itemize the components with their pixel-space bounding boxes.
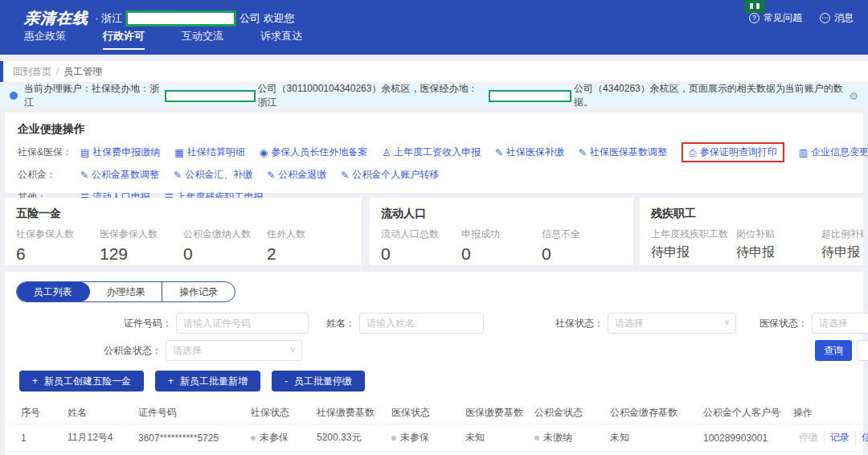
link-social-settlement-detail[interactable]: ▦社保结算明细 bbox=[174, 146, 244, 159]
record-link[interactable]: 记录 bbox=[824, 431, 855, 445]
main-nav: 惠企政策 行政许可 互动交流 诉求直达 bbox=[0, 29, 868, 53]
status-dot bbox=[391, 436, 396, 441]
fund-status-select[interactable] bbox=[166, 340, 302, 361]
col-header: 公积金缴存基数 bbox=[610, 406, 703, 420]
stop-payment-link: 停缴 bbox=[793, 431, 824, 445]
tab-process-result[interactable]: 办理结果 bbox=[90, 282, 163, 301]
col-header: 姓名 bbox=[68, 406, 138, 420]
cell-medical-status: 未参保 bbox=[391, 431, 465, 445]
metric-label: 住外人数 bbox=[267, 228, 350, 241]
metric-value: 0 bbox=[381, 244, 461, 264]
status-dot bbox=[251, 436, 256, 441]
metric-label: 岗位补贴 bbox=[736, 228, 821, 241]
notice-text-prefix: 当前办理账户：社保经办地：浙江 bbox=[24, 82, 162, 109]
metric-label: 社保参保人数 bbox=[16, 228, 100, 241]
app-logo: 亲清在线 bbox=[24, 8, 88, 29]
gear-icon[interactable]: ⚙ bbox=[849, 90, 858, 102]
metric-label: 超比例补贴 bbox=[821, 228, 863, 241]
medical-status-label: 医保状态： bbox=[756, 317, 808, 330]
tab-operation-log[interactable]: 操作记录 bbox=[162, 282, 235, 301]
cell-social-base: 5200.33元 bbox=[317, 431, 391, 445]
notice-text-suffix: 公司（4340263）余杭区，页面展示的相关数据为当前账户的数据。 bbox=[574, 82, 849, 109]
table-header-row: 序号 姓名 证件号码 社保状态 社保缴费基数 医保状态 医保缴费基数 公积金状态… bbox=[5, 401, 863, 424]
edit-icon: ✎ bbox=[341, 170, 349, 181]
link-social-medical-makeup[interactable]: ✎社保医保补缴 bbox=[495, 146, 564, 159]
metric-value: 129 bbox=[100, 244, 183, 264]
cell-id-number: 3607**********5725 bbox=[138, 432, 251, 444]
stats-card-disabled-workers: 残疾职工 上年度残疾职工数待申报 岗位补贴待申报 超比例补贴待申报 bbox=[640, 198, 863, 265]
person-icon: ♙ bbox=[382, 147, 391, 158]
plus-icon: + bbox=[32, 375, 38, 387]
metric-label: 信息不全 bbox=[542, 228, 622, 241]
faq-button[interactable]: ? 常见问题 bbox=[749, 11, 802, 25]
quick-actions-card: 企业便捷操作 社保&医保： ▤社保费申报缴纳 ▦社保结算明细 ◉参保人员长住外地… bbox=[5, 113, 863, 193]
link-insurance-certificate-print[interactable]: ⎙参保证明查询打印 bbox=[682, 142, 784, 162]
document-icon: ▦ bbox=[174, 147, 183, 158]
page: 亲清在线 · 浙江 公司 欢迎您 ? 常见问题 ⋯ 消息 惠企政策 行政许可 互… bbox=[0, 0, 868, 455]
link-social-medical-base-adjust[interactable]: ✎社保医保基数调整 bbox=[579, 146, 667, 159]
cell-index: 1 bbox=[21, 432, 68, 444]
app-header: 亲清在线 · 浙江 公司 欢迎您 ? 常见问题 ⋯ 消息 惠企政策 行政许可 互… bbox=[0, 0, 868, 55]
cell-name: 11月12号4 bbox=[68, 431, 138, 445]
notice-text-mid: 公司（3011000104340263）余杭区，医保经办地：浙江 bbox=[258, 82, 486, 109]
card-title: 残疾职工 bbox=[651, 207, 852, 221]
medical-status-select[interactable] bbox=[812, 313, 868, 334]
metric-value: 待申报 bbox=[821, 244, 863, 261]
metric-label: 上年度残疾职工数 bbox=[651, 228, 736, 241]
tab-employee-list[interactable]: 员工列表 bbox=[17, 282, 90, 301]
link-fund-account-transfer[interactable]: ✎公积金个人账户转移 bbox=[341, 168, 439, 182]
batch-add-employees-button[interactable]: +新员工批量新增 bbox=[155, 371, 260, 391]
batch-stop-payment-button[interactable]: -员工批量停缴 bbox=[272, 371, 365, 391]
link-fund-remit-makeup[interactable]: ✎公积金汇、补缴 bbox=[174, 168, 252, 182]
info-change-link[interactable]: 信息变更 bbox=[855, 431, 868, 445]
create-five-insurances-button[interactable]: +新员工创建五险一金 bbox=[19, 371, 144, 391]
link-annual-income-declare[interactable]: ♙上年度工资收入申报 bbox=[382, 146, 481, 159]
plus-icon: + bbox=[168, 375, 174, 387]
edit-icon: ✎ bbox=[267, 170, 275, 181]
tab-group: 员工列表 办理结果 操作记录 bbox=[16, 281, 235, 302]
metric-value: 0 bbox=[461, 244, 542, 264]
search-button[interactable]: 查询 bbox=[815, 340, 852, 361]
link-out-of-town-record[interactable]: ◉参保人员长住外地备案 bbox=[260, 146, 367, 159]
employee-panel: 员工列表 办理结果 操作记录 证件号码： 姓名： 社保状态： ∨ 医保状态： 公… bbox=[5, 272, 863, 455]
card-title: 五险一金 bbox=[16, 207, 350, 221]
metric-value: 0 bbox=[542, 244, 622, 264]
link-fund-base-adjust[interactable]: ✎公积金基数调整 bbox=[80, 168, 159, 182]
metric-label: 流动人口总数 bbox=[381, 228, 461, 241]
col-header: 操作 bbox=[793, 406, 863, 420]
pin-icon: ◉ bbox=[260, 147, 268, 158]
nav-item-policy[interactable]: 惠企政策 bbox=[24, 29, 66, 48]
nav-item-appeal[interactable]: 诉求直达 bbox=[260, 29, 302, 48]
col-header: 公积金个人客户号 bbox=[703, 406, 793, 420]
stats-card-five-insurances: 五险一金 社保参保人数6 医保参保人数129 公积金缴纳人数0 住外人数2 bbox=[5, 198, 362, 265]
social-status-select[interactable] bbox=[608, 313, 736, 334]
breadcrumb-current: 员工管理 bbox=[63, 65, 102, 79]
edit-icon: ✎ bbox=[579, 147, 587, 158]
cell-fund-status: 未缴纳 bbox=[534, 431, 610, 445]
name-input[interactable] bbox=[359, 313, 484, 334]
id-number-input[interactable] bbox=[176, 313, 309, 334]
cell-fund-base: 未知 bbox=[610, 431, 703, 445]
row-label-social-medical: 社保&医保： bbox=[18, 146, 80, 159]
quick-actions-title: 企业便捷操作 bbox=[18, 122, 850, 137]
printer-icon: ⎙ bbox=[689, 147, 697, 158]
link-fund-refund[interactable]: ✎公积金退缴 bbox=[267, 168, 326, 182]
nav-item-admin-license[interactable]: 行政许可 bbox=[103, 29, 145, 50]
redaction-box bbox=[165, 90, 256, 102]
metric-value: 待申报 bbox=[651, 244, 736, 261]
breadcrumb-home-link[interactable]: 回到首页 bbox=[13, 65, 51, 79]
link-company-info-change[interactable]: ▥企业信息变更 bbox=[799, 146, 868, 159]
fund-status-label: 公积金状态： bbox=[100, 344, 162, 358]
link-social-fee-declare[interactable]: ▤社保费申报缴纳 bbox=[80, 146, 160, 159]
metric-label: 医保参保人数 bbox=[100, 228, 183, 241]
cell-actions: 停缴 记录 信息变更 bbox=[793, 431, 868, 445]
col-header: 社保缴费基数 bbox=[317, 406, 391, 420]
cell-fund-account: 100289903001 bbox=[703, 432, 793, 444]
col-header: 证件号码 bbox=[138, 406, 251, 420]
nav-item-interaction[interactable]: 互动交流 bbox=[182, 29, 223, 48]
cell-social-status: 未参保 bbox=[251, 431, 317, 445]
question-circle-icon: ? bbox=[749, 13, 760, 23]
partial-button[interactable] bbox=[857, 340, 868, 361]
message-button[interactable]: ⋯ 消息 bbox=[820, 11, 854, 25]
minus-icon: - bbox=[285, 375, 288, 387]
